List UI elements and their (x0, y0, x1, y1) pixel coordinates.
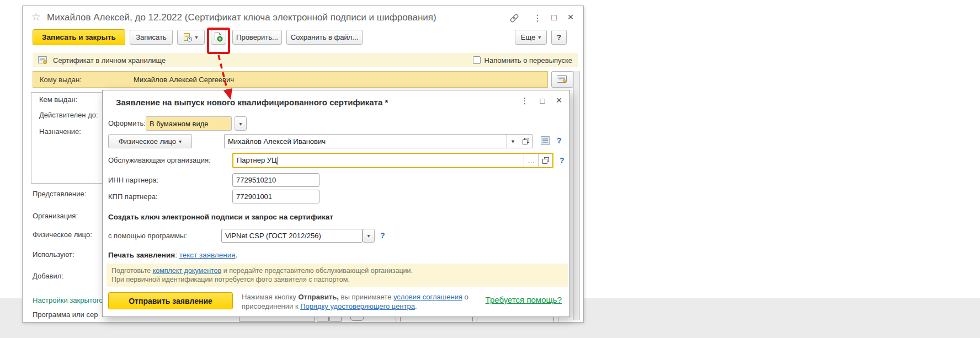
help-button[interactable]: ? (551, 30, 567, 45)
dialog-menu-icon[interactable]: ⋮ (519, 96, 531, 106)
service-org-label: Обслуживающая организация: (108, 156, 211, 164)
save-button[interactable]: Записать (130, 30, 173, 45)
annotation-highlight-box (207, 28, 230, 54)
person-type-button[interactable]: Физическое лицо ▾ (108, 134, 192, 148)
application-text-link[interactable]: текст заявления (179, 251, 236, 259)
purpose-label: Назначение: (39, 127, 81, 136)
service-org-input[interactable]: Партнер УЦ … (232, 153, 553, 168)
agreement-bold: Отправить, (298, 293, 338, 301)
agreement-part: Нажимая кнопку (242, 293, 298, 301)
save-to-file-button[interactable]: Сохранить в файл... (286, 30, 363, 45)
form-scrollbar[interactable] (573, 71, 580, 320)
presentation-label: Представление: (33, 190, 86, 198)
partner-inn-input[interactable]: 7729510210 (232, 173, 319, 187)
certificate-icon (557, 75, 568, 84)
issue-mode-combo[interactable]: В бумажном виде (146, 116, 232, 131)
program-combo[interactable]: ViPNet CSP (ГОСТ 2012/256) (221, 229, 363, 243)
partner-inn-label: ИНН партнера: (108, 176, 158, 184)
banner-text: Сертификат в личном хранилище (53, 56, 166, 65)
note-line-2: При первичной идентификации потребуется … (111, 275, 563, 284)
partner-inn-value: 7729510210 (233, 176, 319, 184)
person-label: Физическое лицо: (33, 230, 92, 239)
organization-label: Организация: (33, 212, 78, 220)
open-icon (523, 138, 529, 144)
service-org-value: Партнер УЦ (233, 156, 524, 165)
person-name-open-button[interactable] (519, 135, 532, 148)
get-link-icon[interactable] (509, 14, 521, 23)
reissue-reminder-label: Напомнить о перевыпуске (484, 56, 572, 65)
private-key-settings-link[interactable]: Настройки закрытого (33, 296, 103, 304)
certificate-badge-icon (38, 56, 48, 65)
agreement-text: Нажимая кнопку Отправить, вы принимаете … (242, 292, 491, 311)
issued-to-value: Михайлов Алексей Сергеевич (134, 76, 234, 84)
need-help-link[interactable]: Требуется помощь? (486, 295, 562, 304)
window-menu-icon[interactable]: ⋮ (531, 13, 544, 23)
dialog-maximize-icon[interactable]: □ (536, 96, 548, 105)
create-key-heading: Создать ключ электронной подписи и запро… (108, 213, 333, 221)
more-button-label: Еще (521, 33, 535, 41)
dialog-title: Заявление на выпуск нового квалифицирова… (116, 98, 388, 107)
certificate-storage-banner: Сертификат в личном хранилище Напомнить … (33, 53, 578, 67)
print-colon: : (175, 251, 179, 259)
new-certificate-application-dialog: Заявление на выпуск нового квалифицирова… (102, 90, 570, 317)
person-help-icon[interactable]: ? (557, 136, 562, 145)
issued-to-row[interactable]: Кому выдан: Михайлов Алексей Сергеевич (33, 71, 548, 88)
person-name-dropdown-button[interactable]: ▾ (507, 135, 519, 148)
instruction-note: Подготовьте комплект документов и переда… (106, 264, 568, 287)
issued-to-label: Кому выдан: (40, 76, 82, 84)
dialog-close-icon[interactable]: × (553, 94, 565, 106)
program-help-icon[interactable]: ? (380, 231, 385, 240)
added-by-label: Добавил: (33, 272, 63, 280)
person-type-label: Физическое лицо (119, 137, 176, 146)
service-org-help-icon[interactable]: ? (560, 156, 564, 165)
note-line-1: Подготовьте комплект документов и переда… (111, 266, 563, 275)
agreement-period: . (415, 302, 417, 310)
certificate-clock-icon (184, 33, 192, 42)
person-name-value: Михайлов Алексей Иванович (225, 137, 507, 146)
issue-mode-dropdown-button[interactable]: ▾ (235, 116, 247, 131)
program-dropdown-button[interactable]: ▾ (363, 229, 375, 243)
maximize-icon[interactable]: □ (548, 13, 560, 23)
note-text: и передайте представителю обслуживающей … (221, 267, 413, 275)
note-text: Подготовьте (111, 267, 153, 275)
used-by-label: Используют: (33, 250, 74, 259)
issued-by-label: Кем выдан: (39, 95, 77, 104)
close-icon[interactable]: × (564, 11, 577, 23)
print-label: Печать заявления (108, 251, 175, 259)
chevron-down-icon: ▾ (538, 34, 541, 40)
open-icon (542, 157, 549, 164)
document-kit-link[interactable]: комплект документов (153, 267, 222, 275)
list-icon (540, 135, 551, 146)
window-title: Михайлов Алексей, до 12.2022 (Сертификат… (47, 12, 436, 23)
partner-kpp-label: КПП партнера: (108, 192, 158, 201)
program-value: ViPNet CSP (ГОСТ 2012/256) (222, 232, 362, 240)
print-period: . (236, 251, 238, 259)
issue-mode-value: В бумажном виде (146, 120, 231, 128)
program-label: с помощью программы: (108, 232, 187, 240)
person-name-combo[interactable]: Михайлов Алексей Иванович ▾ (224, 134, 532, 148)
certificate-actions-split-button[interactable]: ▾ (177, 30, 205, 45)
partner-kpp-input[interactable]: 772901001 (232, 190, 319, 203)
person-list-icon-button[interactable] (540, 135, 551, 146)
service-org-choose-button[interactable]: … (524, 154, 538, 167)
ca-procedure-link[interactable]: Порядку удостоверяющего центра (300, 302, 415, 310)
chevron-down-icon: ▾ (195, 34, 198, 40)
reissue-reminder-checkbox[interactable] (473, 56, 481, 64)
agreement-terms-link[interactable]: условия соглашения (393, 293, 462, 301)
chevron-down-icon: ▾ (179, 138, 182, 144)
favorite-star-icon[interactable]: ☆ (31, 10, 41, 23)
issue-mode-label: Оформить: (108, 119, 146, 127)
print-application-row: Печать заявления: текст заявления. (108, 251, 237, 259)
text-caret (278, 157, 279, 165)
partner-kpp-value: 772901001 (233, 192, 319, 201)
open-certificate-button[interactable] (551, 71, 573, 88)
more-button[interactable]: Еще ▾ (515, 30, 547, 45)
valid-until-label: Действителен до: (39, 111, 98, 119)
program-or-service-label: Программа или сер (33, 310, 98, 319)
desktop: ☆ Михайлов Алексей, до 12.2022 (Сертифик… (0, 0, 980, 338)
service-org-open-button[interactable] (538, 154, 552, 167)
send-application-button[interactable]: Отправить заявление (108, 292, 233, 309)
agreement-part: вы принимаете (339, 293, 393, 301)
save-and-close-button[interactable]: Записать и закрыть (33, 29, 125, 45)
check-button[interactable]: Проверить... (232, 30, 282, 45)
